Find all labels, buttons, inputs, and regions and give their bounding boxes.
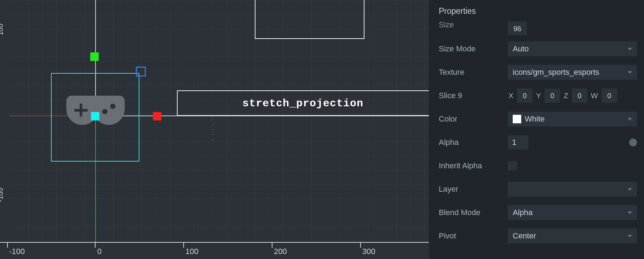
scale-handle[interactable] [136,67,146,77]
size-y-input[interactable]: 96 [508,22,527,35]
node-label: stretch_projection [242,97,363,109]
origin-handle[interactable] [91,112,99,120]
texture-select[interactable]: icons/gm_sports_esports [508,65,637,80]
size-mode-label: Size Mode [439,44,508,54]
chevron-down-icon [628,71,632,74]
row-size: Size X 96 Y 96 Z 0 [439,22,637,35]
inherit-alpha-checkbox[interactable] [508,161,517,170]
slice9-x-input[interactable]: 0 [517,89,533,103]
pivot-label: Pivot [439,231,508,241]
color-select[interactable]: White [508,112,637,126]
slice9-z-input[interactable]: 0 [572,89,587,103]
chevron-down-icon [628,48,632,50]
chevron-down-icon [628,118,632,120]
slider-thumb[interactable] [629,139,637,146]
chevron-down-icon [628,212,632,214]
slice9-label: Slice 9 [439,91,508,100]
texture-label: Texture [439,68,508,77]
translate-x-handle[interactable] [153,112,161,120]
chevron-down-icon [628,235,632,237]
inherit-alpha-label: Inherit Alpha [439,161,508,170]
layer-select[interactable] [508,182,637,197]
panel-title: Properties [429,0,644,22]
chevron-down-icon [628,188,632,191]
alpha-label: Alpha [439,138,508,147]
blend-mode-label: Blend Mode [439,208,508,217]
node-outline-box[interactable] [255,0,364,39]
layer-label: Layer [439,185,508,194]
scene-viewport[interactable]: stretch_projection -100 0 100 200 300 10… [0,0,429,259]
ruler-horizontal: -100 0 100 200 300 [0,242,429,259]
alpha-input[interactable]: 1 [508,135,528,150]
slice9-w-input[interactable]: 0 [602,89,617,103]
slice9-y-input[interactable]: 0 [545,89,560,103]
panel-resize-handle[interactable] [212,119,214,140]
translate-y-handle[interactable] [90,52,99,61]
color-label: Color [439,114,508,124]
alpha-slider[interactable] [531,138,637,147]
color-swatch [513,115,521,123]
size-mode-select[interactable]: Auto [508,41,637,56]
blend-mode-select[interactable]: Alpha [508,205,637,220]
size-label: Size [439,22,508,29]
pivot-select[interactable]: Center [508,229,637,243]
ruler-vertical: 100 -100 [0,0,9,242]
properties-panel: Properties Size X 96 Y 96 Z 0 Size Mode [429,0,644,259]
